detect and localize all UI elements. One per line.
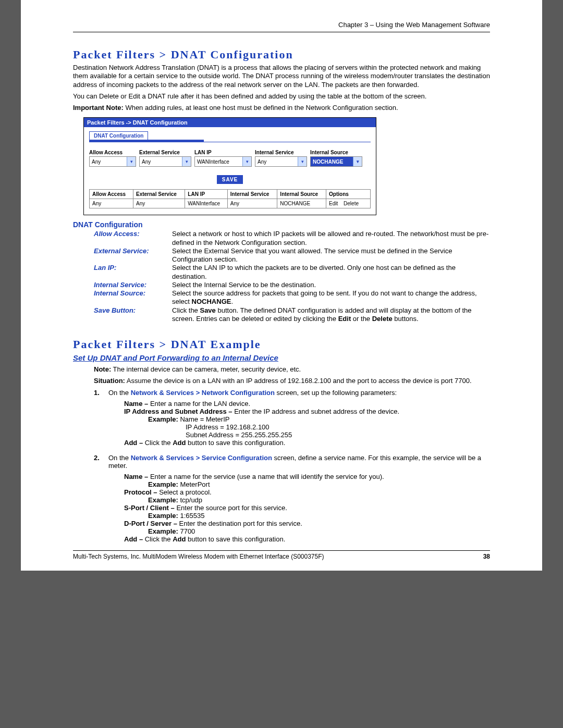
important-note-label: Important Note: bbox=[73, 104, 124, 112]
dnat-rules-table: Allow Access External Service LAN IP Int… bbox=[89, 189, 371, 208]
panel-titlebar: Packet Filters -> DNAT Configuration bbox=[84, 118, 376, 127]
dnat-form-row: Allow Access Any▾ External Service Any▾ … bbox=[89, 150, 371, 167]
nav-link-service-config: Network & Services > Service Configurati… bbox=[131, 454, 272, 462]
def-term-lan-ip: Lan IP: bbox=[94, 264, 172, 281]
label-internal-service: Internal Service bbox=[255, 150, 307, 155]
def-body-internal-source: Select the source address for packets th… bbox=[172, 289, 490, 306]
th-lan-ip: LAN IP bbox=[185, 190, 227, 199]
select-internal-source[interactable]: NOCHANGE▾ bbox=[310, 156, 362, 167]
page-number: 38 bbox=[483, 553, 490, 560]
def-body-lan-ip: Select the LAN IP to which the packets a… bbox=[172, 264, 490, 281]
def-term-internal-source: Internal Source: bbox=[94, 289, 172, 306]
footer-rule bbox=[73, 550, 490, 551]
page-header: Chapter 3 – Using the Web Management Sof… bbox=[73, 21, 490, 29]
section-title-dnat-example: Packet Filters > DNAT Example bbox=[73, 338, 490, 351]
intro-para-2: You can Delete or Edit a DNAT rule after… bbox=[73, 92, 490, 101]
chevron-down-icon: ▾ bbox=[298, 157, 307, 166]
label-external-service: External Service bbox=[139, 150, 191, 155]
th-external-service: External Service bbox=[133, 190, 185, 199]
header-rule bbox=[73, 32, 490, 32]
edit-link[interactable]: Edit bbox=[329, 201, 338, 206]
footer-text: Multi-Tech Systems, Inc. MultiModem Wire… bbox=[73, 553, 324, 560]
th-internal-service: Internal Service bbox=[227, 190, 277, 199]
select-lan-ip[interactable]: WANInterface▾ bbox=[194, 156, 252, 167]
step-2: On the Network & Services > Service Conf… bbox=[94, 454, 490, 543]
section-title-dnat-config: Packet Filters > DNAT Configuration bbox=[73, 48, 490, 61]
chevron-down-icon: ▾ bbox=[353, 157, 362, 166]
chevron-down-icon: ▾ bbox=[242, 157, 251, 166]
table-row: Any Any WANInterface Any NOCHANGE Edit D… bbox=[90, 199, 371, 208]
dnat-config-subhead: DNAT Configuration bbox=[73, 220, 490, 229]
chevron-down-icon: ▾ bbox=[182, 157, 191, 166]
dnat-config-panel: Packet Filters -> DNAT Configuration DNA… bbox=[83, 117, 376, 215]
def-term-allow-access: Allow Access: bbox=[94, 230, 172, 247]
def-body-internal-service: Select the Internal Service to be the de… bbox=[172, 281, 490, 289]
save-button[interactable]: SAVE bbox=[217, 175, 243, 184]
def-body-external-service: Select the External Service that you wan… bbox=[172, 247, 490, 264]
example-subtitle: Set Up DNAT and Port Forwarding to an In… bbox=[73, 353, 490, 362]
select-external-service[interactable]: Any▾ bbox=[139, 156, 191, 167]
select-allow-access[interactable]: Any▾ bbox=[89, 156, 136, 167]
th-internal-source: Internal Source bbox=[277, 190, 326, 199]
th-options: Options bbox=[326, 190, 371, 199]
example-note: Note: The internal device can be camera,… bbox=[94, 365, 490, 374]
important-note: Important Note: When adding rules, at le… bbox=[73, 104, 490, 112]
page-footer: Multi-Tech Systems, Inc. MultiModem Wire… bbox=[73, 553, 490, 560]
def-body-allow-access: Select a network or host to which IP pac… bbox=[172, 230, 490, 247]
select-internal-service[interactable]: Any▾ bbox=[255, 156, 307, 167]
intro-para-1: Destination Network Address Translation … bbox=[73, 64, 490, 89]
def-term-internal-service: Internal Service: bbox=[94, 281, 172, 289]
step-1: On the Network & Services > Network Conf… bbox=[94, 389, 490, 447]
th-allow-access: Allow Access bbox=[90, 190, 133, 199]
chevron-down-icon: ▾ bbox=[127, 157, 136, 166]
tab-dnat-configuration[interactable]: DNAT Configuration bbox=[89, 131, 148, 140]
def-body-save-button: Click the Save button. The defined DNAT … bbox=[172, 306, 490, 324]
label-lan-ip: LAN IP bbox=[194, 150, 252, 155]
delete-link[interactable]: Delete bbox=[344, 201, 359, 206]
def-term-save-button: Save Button: bbox=[94, 306, 172, 324]
def-term-external-service: External Service: bbox=[94, 247, 172, 264]
nav-link-network-config: Network & Services > Network Configurati… bbox=[131, 389, 275, 397]
label-allow-access: Allow Access bbox=[89, 150, 136, 155]
label-internal-source: Internal Source bbox=[310, 150, 362, 155]
example-situation: Situation: Assume the device is on a LAN… bbox=[94, 377, 490, 385]
